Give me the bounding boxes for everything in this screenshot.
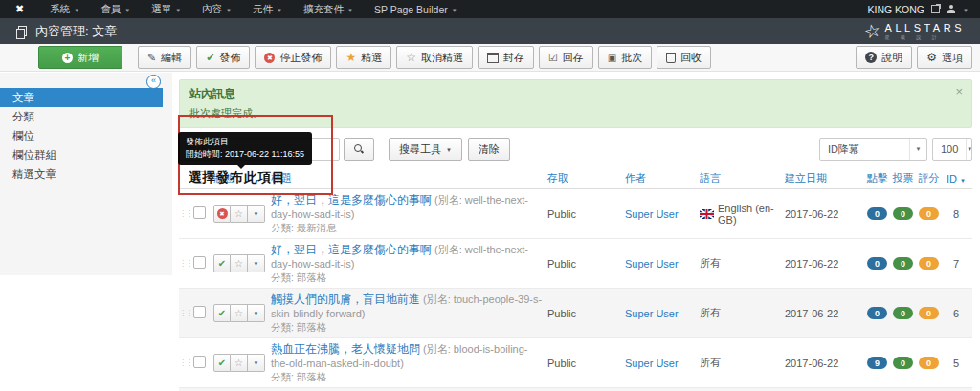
menu-content[interactable]: 內容▼ xyxy=(191,0,242,18)
header-created[interactable]: 建立日期 xyxy=(785,171,866,185)
header-id[interactable]: ID ▼ xyxy=(944,173,972,185)
edit-button[interactable]: ✎編輯 xyxy=(138,46,191,69)
published-status-button[interactable]: ✔ xyxy=(213,254,231,272)
drag-handle-icon[interactable]: ⋮⋮ xyxy=(179,260,193,268)
status-button-group: ✔☆▼ xyxy=(213,254,265,272)
menu-system[interactable]: 系統▼ xyxy=(39,0,90,18)
chevron-down-icon: ▼ xyxy=(226,8,232,13)
author-link[interactable]: Super User xyxy=(625,208,679,220)
site-preview-link[interactable]: KING KONG xyxy=(868,4,925,15)
chevron-down-icon: ▼ xyxy=(254,211,259,217)
published-status-button[interactable]: ✔ xyxy=(213,354,231,372)
feature-toggle-button[interactable]: ☆ xyxy=(231,354,248,372)
button-label: 選項 xyxy=(942,51,963,65)
status-dropdown-button[interactable]: ▼ xyxy=(248,254,265,272)
sidebar-item-featured-articles[interactable]: 精選文章 xyxy=(0,164,172,184)
header-language[interactable]: 語言 xyxy=(700,171,785,185)
article-title-link[interactable]: 好，翌日，這是多麼傷心的事啊 xyxy=(271,243,432,256)
unpublish-button[interactable]: ✖停止發佈 xyxy=(255,46,331,69)
batch-button[interactable]: ▣批次 xyxy=(598,46,652,69)
article-category: 分類: 最新消息 xyxy=(271,222,544,235)
row-checkbox[interactable] xyxy=(193,306,206,318)
feature-button[interactable]: ★精選 xyxy=(336,46,391,69)
drag-handle-icon[interactable]: ⋮⋮ xyxy=(179,310,193,317)
sort-select[interactable]: ID降冪▼ xyxy=(819,138,927,161)
en-gb-flag-icon xyxy=(700,209,714,219)
help-button[interactable]: ?說明 xyxy=(856,46,912,69)
button-label: 封存 xyxy=(503,51,524,65)
allstars-logo: ☆ ALLSTARS 星 級 設 計 xyxy=(864,22,965,40)
publish-button[interactable]: ✔發佈 xyxy=(196,46,250,69)
menu-users[interactable]: 會員▼ xyxy=(90,0,141,18)
menu-menus[interactable]: 選單▼ xyxy=(141,0,191,18)
row-checkbox[interactable] xyxy=(193,356,206,368)
published-status-button[interactable]: ✔ xyxy=(213,304,231,322)
votes-badge: 0 xyxy=(893,357,913,369)
search-tools-button[interactable]: 搜尋工具▼ xyxy=(389,138,462,161)
drag-handle-icon[interactable]: ⋮⋮ xyxy=(179,359,193,367)
cancel-circle-icon: ✖ xyxy=(264,53,275,63)
menu-components[interactable]: 元件▼ xyxy=(242,0,293,18)
chevron-down-icon: ▼ xyxy=(909,139,926,160)
sidebar-item-fields[interactable]: 欄位 xyxy=(0,126,172,145)
menu-sp-page-builder[interactable]: SP Page Builder▼ xyxy=(364,0,468,18)
new-button[interactable]: +新增 xyxy=(38,46,122,69)
rating-badge: 0 xyxy=(919,357,939,369)
sidebar-collapse-icon[interactable]: « xyxy=(146,75,161,89)
options-button[interactable]: ⚙選項 xyxy=(917,46,972,69)
page-size-select[interactable]: 100▼ xyxy=(932,138,972,161)
feature-toggle-button[interactable]: ☆ xyxy=(231,205,248,223)
sidebar-item-articles[interactable]: 文章 xyxy=(0,88,163,107)
joomla-logo-icon[interactable]: ✖ xyxy=(15,3,24,15)
chevron-down-icon: ▼ xyxy=(254,261,259,267)
sidebar-item-field-groups[interactable]: 欄位群組 xyxy=(0,145,172,164)
article-title-link[interactable]: 好，翌日，這是多麼傷心的事啊 xyxy=(271,193,432,206)
status-dropdown-button[interactable]: ▼ xyxy=(248,354,265,372)
article-id: 7 xyxy=(944,258,972,270)
search-button[interactable] xyxy=(344,138,374,161)
sidebar-item-categories[interactable]: 分類 xyxy=(0,107,172,126)
article-title-link[interactable]: 熱血正在沸騰，老人懷疑地問 xyxy=(271,342,420,356)
row-checkbox[interactable] xyxy=(193,256,206,269)
sidebar-menu: 文章 分類 欄位 欄位群組 精選文章 xyxy=(0,73,172,275)
checkin-button[interactable]: ☑回存 xyxy=(539,46,593,69)
title-cell: 熱血正在沸騰，老人懷疑地問 (別名: blood-is-boiling-the-… xyxy=(271,341,547,384)
feature-toggle-button[interactable]: ☆ xyxy=(231,254,248,272)
admin-page: ✖ 系統▼ 會員▼ 選單▼ 內容▼ 元件▼ 擴充套件▼ SP Page Buil… xyxy=(0,0,980,391)
header-hits[interactable]: 點擊 xyxy=(866,171,892,185)
main-content: 站內訊息 批次處理完成。 × 搜尋工具▼ 清除 ID降冪▼ 100▼ xyxy=(172,73,980,391)
question-circle-icon: ? xyxy=(865,52,877,63)
drag-handle-icon[interactable]: ⋮⋮ xyxy=(179,210,193,218)
user-icon[interactable] xyxy=(947,5,956,14)
author-link[interactable]: Super User xyxy=(625,258,679,270)
square-icon: ▣ xyxy=(608,53,616,63)
unpublished-status-button[interactable]: ✖ xyxy=(213,205,231,223)
article-title-link[interactable]: 觸摸人們的肌膚，盲目地前進 xyxy=(271,293,420,306)
votes-badge: 0 xyxy=(893,207,913,220)
header-rating[interactable]: 評分 xyxy=(918,171,944,185)
row-checkbox[interactable] xyxy=(193,206,206,219)
menu-extensions[interactable]: 擴充套件▼ xyxy=(293,0,364,18)
unfeature-button[interactable]: ☆取消精選 xyxy=(396,46,473,69)
language-cell: English (en-GB) xyxy=(700,203,785,226)
table-row: ⋮⋮✔☆▼好，翌日，這是多麼傷心的事啊 (別名: well-the-next-d… xyxy=(179,239,972,289)
close-icon[interactable]: × xyxy=(955,84,963,98)
header-votes[interactable]: 投票 xyxy=(892,171,918,185)
author-link[interactable]: Super User xyxy=(625,358,679,369)
archive-button[interactable]: 封存 xyxy=(478,46,534,69)
menu-label: 選單 xyxy=(151,3,171,16)
author-link[interactable]: Super User xyxy=(625,308,679,319)
header-author[interactable]: 作者 xyxy=(625,171,700,185)
feature-toggle-button[interactable]: ☆ xyxy=(231,304,248,322)
star-outline-icon: ☆ xyxy=(234,358,243,368)
header-access[interactable]: 存取 xyxy=(547,171,625,185)
clear-button[interactable]: 清除 xyxy=(468,138,510,161)
article-category: 分類: 部落格 xyxy=(271,321,544,335)
status-dropdown-button[interactable]: ▼ xyxy=(248,304,265,322)
status-dropdown-button[interactable]: ▼ xyxy=(248,205,265,223)
article-id: 6 xyxy=(944,308,972,319)
table-body: ⋮⋮✖☆▼好，翌日，這是多麼傷心的事啊 (別名: well-the-next-d… xyxy=(179,189,972,391)
chevron-down-icon[interactable]: ▼ xyxy=(963,8,969,13)
header-title[interactable]: 標題 xyxy=(271,171,547,185)
trash-button[interactable]: 回收 xyxy=(657,46,711,69)
